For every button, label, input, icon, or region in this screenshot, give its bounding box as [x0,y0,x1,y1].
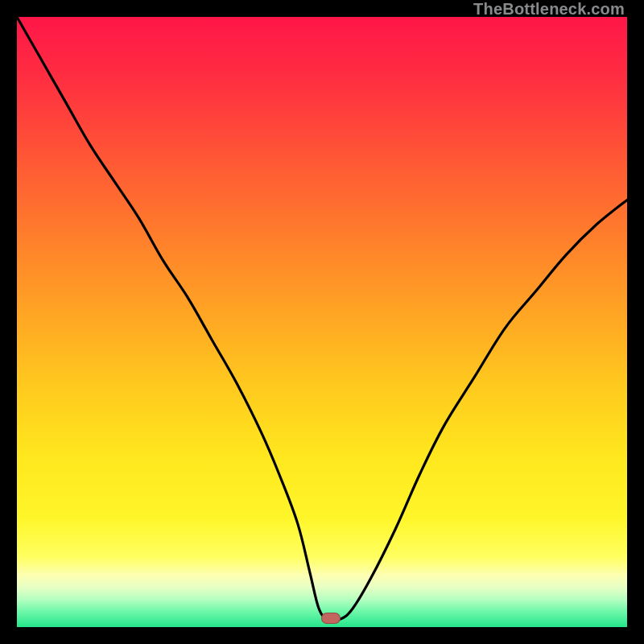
svg-rect-0 [17,17,627,627]
plot-area [17,17,627,627]
watermark-text: TheBottleneck.com [473,0,625,19]
optimal-point-marker [321,613,341,624]
background-gradient [17,17,627,627]
chart-stage: TheBottleneck.com [0,0,644,644]
